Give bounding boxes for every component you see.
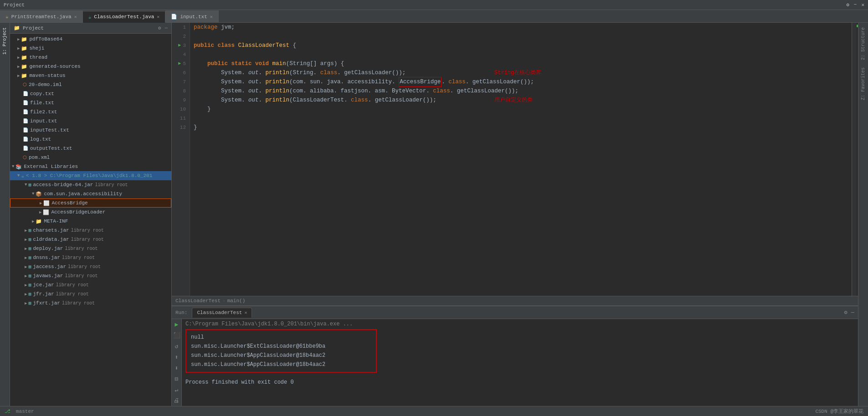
code-lines[interactable]: package jvm; public class ClassLoaderTes…: [190, 23, 852, 296]
tree-item-inputtest-txt[interactable]: 📄 inputTest.txt: [10, 126, 171, 135]
breadcrumb-bar: ClassLoaderTest › main(): [172, 296, 858, 306]
tree-item-access-bridge-loader[interactable]: ▶ ⬜ AccessBridgeLoader: [10, 208, 171, 217]
console-area[interactable]: C:\Program Files\Java\jdk1.8.0_201\bin\j…: [182, 319, 858, 406]
run-tab-close[interactable]: ✕: [244, 310, 247, 315]
line-numbers: 1 2 ▶ 3 4 ▶ 5 6 7 8 9 10 11: [172, 23, 190, 296]
tree-item-sheji[interactable]: ▶ 📁 sheji: [10, 44, 171, 53]
line-4: 4: [172, 50, 187, 59]
library-label: library root: [95, 183, 128, 188]
expand-arrow: ▶: [17, 37, 20, 42]
line-1: 1: [172, 23, 187, 32]
tree-item-copy-txt[interactable]: 📄 copy.txt: [10, 89, 171, 98]
tree-item-access-bridge-jar[interactable]: ▼ ▦ access-bridge-64.jar library root: [10, 180, 171, 189]
tree-item-jaccess-jar[interactable]: ▶ ▦ jaccess.jar library root: [10, 262, 171, 271]
breadcrumb-class[interactable]: ClassLoaderTest: [175, 298, 221, 304]
settings-icon[interactable]: ⚙: [846, 2, 849, 8]
txt-icon: 📄: [23, 100, 28, 106]
txt-icon: 📄: [23, 109, 28, 115]
tab-classloader-close[interactable]: ✕: [157, 14, 159, 20]
tree-label: sheji: [29, 46, 44, 51]
tree-item-outputtest-txt[interactable]: 📄 outputTest.txt: [10, 144, 171, 153]
status-bar: ⎇ master CSDN @李王家的翠花: [0, 406, 868, 416]
code-line-3: public class ClassLoaderTest {: [194, 41, 852, 50]
tree-item-javaws-jar[interactable]: ▶ ▦ javaws.jar library root: [10, 271, 171, 280]
tree-item-jce-jar[interactable]: ▶ ▦ jce.jar library root: [10, 280, 171, 289]
tree-item-thread[interactable]: ▶ 📁 thread: [10, 53, 171, 62]
access-bridge-highlight: AccessBridge: [399, 77, 442, 87]
tree-item-external-libraries[interactable]: ▼ 📚 External Libraries: [10, 162, 171, 171]
tree-item-log-txt[interactable]: 📄 log.txt: [10, 135, 171, 144]
tree-item-pdftobase64[interactable]: ▶ 📁 pdfToBase64: [10, 35, 171, 44]
wrap-icon[interactable]: ↵: [175, 386, 179, 394]
tree-item-access-bridge[interactable]: ▶ ⬜ AccessBridge: [10, 198, 171, 208]
tree-label: jaccess.jar: [33, 264, 66, 269]
tab-input[interactable]: 📄 input.txt ✕: [165, 10, 218, 22]
print-icon[interactable]: 🖨: [174, 397, 180, 404]
tree-item-input-txt[interactable]: 📄 input.txt: [10, 117, 171, 126]
tab-bar: ☕ PrintStreamTest.java ✕ ☕ ClassLoaderTe…: [0, 10, 868, 23]
project-collapse-icon[interactable]: —: [164, 25, 168, 31]
tree-label: file2.txt: [30, 109, 57, 115]
run-panel-content: ▶ ⬛ ↺ ⬆ ⬇ ⊟ ↵ 🖨 C:\Program Files\Java\jd…: [172, 319, 858, 406]
right-panel-labels: 2: Structure Z: Favorites: [858, 23, 868, 406]
run-stop-icon[interactable]: ⬛: [173, 332, 180, 339]
expand-arrow: ▼: [12, 164, 14, 169]
tree-item-file-txt[interactable]: 📄 file.txt: [10, 98, 171, 107]
tree-item-generated-sources[interactable]: ▶ 📁 generated-sources: [10, 62, 171, 71]
expand-arrow: ▶: [17, 64, 20, 69]
scroll-down-icon[interactable]: ⬇: [175, 365, 179, 372]
tree-item-file2-txt[interactable]: 📄 file2.txt: [10, 107, 171, 117]
top-bar-icons: ⚙ − ✕: [846, 2, 864, 8]
run-tab-classloadertest[interactable]: ClassLoaderTest ✕: [192, 308, 252, 318]
tree-label: AccessBridge: [51, 200, 87, 206]
tab-input-close[interactable]: ✕: [210, 14, 213, 20]
code-line-2: [194, 32, 852, 41]
tree-item-dnsns-jar[interactable]: ▶ ▦ dnsns.jar library root: [10, 253, 171, 262]
class-icon: ⬜: [43, 200, 50, 206]
minimize-icon[interactable]: −: [854, 2, 857, 8]
code-line-10: }: [194, 105, 852, 114]
right-scroll[interactable]: [852, 23, 858, 296]
project-panel-label[interactable]: 1: Project: [2, 27, 7, 55]
tab-printstream-close[interactable]: ✕: [74, 14, 77, 20]
package-icon: 📦: [36, 191, 42, 197]
expand-arrow: ▼: [25, 183, 27, 187]
settings-gear-icon[interactable]: ⚙: [844, 309, 847, 316]
tree-item-com-sun-package[interactable]: ▼ 📦 com.sun.java.accessibility: [10, 189, 171, 198]
tree-item-jfxrt-jar[interactable]: ▶ ▦ jfxrt.jar library root: [10, 299, 171, 308]
tree-item-meta-inf[interactable]: ▶ 📁 META-INF: [10, 217, 171, 226]
tree-label: AccessBridgeLoader: [51, 209, 105, 215]
run-icon-line3[interactable]: ▶: [178, 41, 181, 50]
run-play-icon[interactable]: ▶: [175, 321, 179, 328]
watermark: CSDN @李王家的翠花: [815, 408, 863, 415]
tree-item-jdk-root[interactable]: ▼ ☕ < 1.8 > C:\Program Files\Java\jdk1.8…: [10, 171, 171, 180]
library-label: library root: [56, 283, 89, 288]
iml-icon: ⬡: [23, 82, 27, 87]
console-output-box: null sun.misc.Launcher$ExtClassLoader@61…: [185, 329, 377, 373]
expand-arrow: ▶: [25, 228, 27, 233]
expand-arrow: ▶: [25, 264, 27, 269]
minimize-bottom-icon[interactable]: —: [851, 309, 854, 316]
run-rerun-icon[interactable]: ↺: [175, 343, 179, 350]
scroll-up-icon[interactable]: ⬆: [175, 354, 179, 361]
txt-icon: 📄: [23, 127, 28, 133]
tree-item-charsets-jar[interactable]: ▶ ▦ charsets.jar library root: [10, 226, 171, 235]
tree-item-maven-status[interactable]: ▶ 📁 maven-status: [10, 71, 171, 80]
tab-printstream[interactable]: ☕ PrintStreamTest.java ✕: [0, 10, 83, 22]
breadcrumb-method[interactable]: main(): [227, 298, 246, 304]
tree-item-cldrdata-jar[interactable]: ▶ ▦ cldrdata.jar library root: [10, 235, 171, 244]
tree-item-20-demo[interactable]: ⬡ 20-demo.iml: [10, 80, 171, 89]
tree-item-deploy-jar[interactable]: ▶ ▦ deploy.jar library root: [10, 244, 171, 253]
close-window-icon[interactable]: ✕: [861, 2, 864, 8]
favorites-label[interactable]: Z: Favorites: [861, 67, 866, 100]
tree-label: access-bridge-64.jar: [33, 182, 93, 188]
filter-icon[interactable]: ⊟: [175, 375, 179, 383]
project-settings-icon[interactable]: ⚙: [158, 25, 161, 31]
run-icon-line5[interactable]: ▶: [178, 59, 181, 68]
line-7: 7: [172, 77, 187, 86]
tab-classloader[interactable]: ☕ ClassLoaderTest.java ✕: [83, 11, 166, 23]
tree-item-jfr-jar[interactable]: ▶ ▦ jfr.jar library root: [10, 289, 171, 299]
structure-label[interactable]: 2: Structure: [861, 27, 866, 60]
tree-item-pom-xml[interactable]: ⬡ pom.xml: [10, 153, 171, 162]
line-8: 8: [172, 86, 187, 96]
